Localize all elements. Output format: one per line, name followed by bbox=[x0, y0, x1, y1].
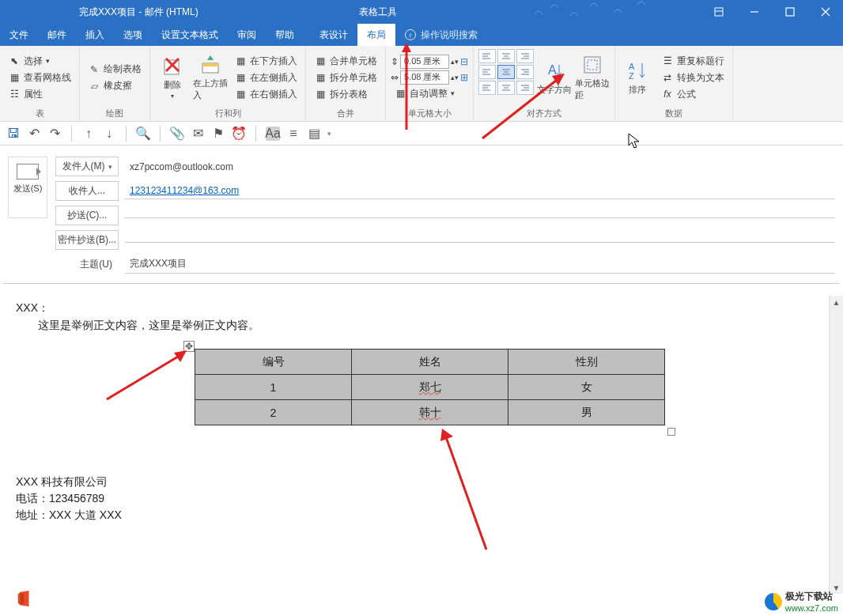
tell-me[interactable]: ♀操作说明搜索 bbox=[395, 24, 487, 46]
up-icon[interactable]: ↑ bbox=[81, 127, 96, 141]
tab-layout[interactable]: 布局 bbox=[357, 24, 395, 46]
font-color-icon[interactable]: Aa bbox=[266, 127, 280, 141]
ribbon-group-data: AZ 排序 ☰重复标题行 ⇄转换为文本 fx公式 数据 bbox=[615, 46, 733, 121]
properties-button[interactable]: ☷属性 bbox=[5, 87, 74, 102]
align-mr[interactable] bbox=[516, 65, 534, 79]
delete-button[interactable]: 删除▾ bbox=[155, 49, 190, 106]
send-receive-icon[interactable]: ✉ bbox=[191, 127, 205, 141]
tab-options[interactable]: 选项 bbox=[114, 24, 152, 46]
table-header[interactable]: 性别 bbox=[508, 350, 665, 375]
dist-rows-icon[interactable]: ⊟ bbox=[460, 56, 468, 67]
bcc-button[interactable]: 密件抄送(B)... bbox=[55, 230, 119, 250]
minimize-icon[interactable] bbox=[736, 0, 772, 24]
text-direction-button[interactable]: A 文字方向 bbox=[537, 49, 572, 106]
indent-icon[interactable]: ▤ bbox=[307, 127, 321, 141]
row-height-input[interactable]: 0.05 厘米 bbox=[400, 55, 449, 69]
cc-button[interactable]: 抄送(C)... bbox=[55, 206, 119, 225]
insert-above-button[interactable]: 在上方插入 bbox=[193, 49, 228, 106]
convert-text-button[interactable]: ⇄转换为文本 bbox=[658, 70, 728, 85]
tab-help[interactable]: 帮助 bbox=[266, 24, 304, 46]
split-table-button[interactable]: ▦拆分表格 bbox=[311, 87, 380, 102]
cell-margins-button[interactable]: 单元格边距 bbox=[575, 49, 610, 106]
scroll-up-icon[interactable]: ▲ bbox=[830, 296, 843, 308]
ribbon-group-draw: ✎绘制表格 ▱橡皮擦 绘图 bbox=[80, 46, 150, 121]
ribbon: ⬉选择▾ ▦查看网格线 ☷属性 表 ✎绘制表格 ▱橡皮擦 绘图 删除▾ 在上方插… bbox=[0, 46, 843, 122]
maximize-icon[interactable] bbox=[772, 0, 807, 24]
split-icon: ▦ bbox=[314, 71, 327, 84]
tab-table-design[interactable]: 表设计 bbox=[310, 24, 357, 46]
watermark-url: www.xz7.com bbox=[785, 603, 838, 613]
flag-icon[interactable]: ⚑ bbox=[211, 127, 225, 141]
ins-below-icon: ▦ bbox=[234, 55, 247, 67]
ins-left-icon: ▦ bbox=[234, 71, 247, 84]
content-table[interactable]: 编号 姓名 性别 1 郑七 女 2 韩十 男 bbox=[195, 349, 665, 425]
dist-cols-icon[interactable]: ⊞ bbox=[460, 72, 468, 83]
repeat-header-button[interactable]: ☰重复标题行 bbox=[658, 54, 728, 69]
zoom-icon[interactable]: 🔍 bbox=[136, 127, 150, 141]
redo-icon[interactable]: ↷ bbox=[47, 127, 62, 141]
align-bl[interactable] bbox=[478, 81, 496, 95]
tab-review[interactable]: 审阅 bbox=[228, 24, 266, 46]
title-bar: 完成XXX项目 - 邮件 (HTML) 表格工具 bbox=[0, 0, 843, 24]
align-tr[interactable] bbox=[516, 49, 534, 63]
fx-icon: fx bbox=[661, 88, 674, 100]
align-bc[interactable] bbox=[497, 81, 515, 95]
ribbon-options-icon[interactable] bbox=[701, 0, 736, 24]
draw-table-button[interactable]: ✎绘制表格 bbox=[85, 62, 145, 77]
insert-right-button[interactable]: ▦在右侧插入 bbox=[231, 87, 301, 102]
eraser-button[interactable]: ▱橡皮擦 bbox=[85, 78, 145, 93]
close-icon[interactable] bbox=[807, 0, 843, 24]
followup-icon[interactable]: ⏰ bbox=[232, 127, 246, 141]
select-button[interactable]: ⬉选择▾ bbox=[5, 54, 74, 69]
pencil-icon: ✎ bbox=[88, 63, 100, 76]
tab-mail[interactable]: 邮件 bbox=[38, 24, 76, 46]
align-br[interactable] bbox=[516, 81, 534, 95]
table-move-handle[interactable]: ✥ bbox=[183, 341, 195, 352]
sig-tel: 电话：123456789 bbox=[16, 490, 122, 507]
col-width-input[interactable]: 5.08 厘米 bbox=[400, 70, 449, 85]
cc-field[interactable] bbox=[125, 213, 835, 218]
insert-below-button[interactable]: ▦在下方插入 bbox=[231, 54, 301, 69]
to-field[interactable]: 123123411234@163.com bbox=[125, 183, 835, 199]
tab-file[interactable]: 文件 bbox=[0, 24, 38, 46]
table-header[interactable]: 姓名 bbox=[352, 350, 508, 375]
table-header[interactable]: 编号 bbox=[195, 350, 352, 375]
formula-button[interactable]: fx公式 bbox=[658, 87, 728, 102]
align-tl[interactable] bbox=[478, 49, 496, 63]
svg-rect-0 bbox=[715, 8, 723, 16]
send-button[interactable]: 发送(S) bbox=[8, 157, 47, 218]
bcc-field[interactable] bbox=[125, 237, 835, 243]
sort-icon: AZ bbox=[626, 60, 648, 82]
split-cells-button[interactable]: ▦拆分单元格 bbox=[311, 70, 380, 85]
vertical-scrollbar[interactable]: ▲ ▼ bbox=[829, 296, 843, 594]
message-body[interactable]: XXX： 这里是举例正文内容，这里是举例正文内容。 ✥ 编号 姓名 性别 1 郑… bbox=[3, 283, 840, 615]
tab-format[interactable]: 设置文本格式 bbox=[152, 24, 228, 46]
align-tc[interactable] bbox=[497, 49, 515, 63]
table-resize-handle[interactable] bbox=[667, 428, 675, 436]
list-icon[interactable]: ≡ bbox=[286, 127, 301, 141]
to-button[interactable]: 收件人... bbox=[55, 181, 119, 201]
group-label: 绘图 bbox=[85, 106, 145, 119]
subject-field[interactable]: 完成XXX项目 bbox=[125, 255, 835, 274]
from-value: xz7pccom@outlook.com bbox=[125, 159, 835, 175]
sort-button[interactable]: AZ 排序 bbox=[620, 49, 655, 106]
ribbon-group-merge: ▦合并单元格 ▦拆分单元格 ▦拆分表格 合并 bbox=[306, 46, 386, 121]
from-button[interactable]: 发件人(M) bbox=[55, 157, 119, 176]
tab-insert[interactable]: 插入 bbox=[76, 24, 114, 46]
autofit-button[interactable]: ▦自动调整▾ bbox=[391, 86, 468, 101]
align-mc[interactable] bbox=[497, 65, 515, 79]
merge-cells-button[interactable]: ▦合并单元格 bbox=[311, 54, 380, 69]
repeat-icon: ☰ bbox=[661, 55, 674, 67]
insert-left-button[interactable]: ▦在左侧插入 bbox=[231, 70, 301, 85]
delete-icon bbox=[161, 55, 183, 77]
office-icon bbox=[16, 590, 33, 607]
group-label: 合并 bbox=[311, 106, 380, 119]
attach-icon[interactable]: 📎 bbox=[170, 127, 184, 141]
view-gridlines-button[interactable]: ▦查看网格线 bbox=[5, 70, 74, 85]
align-ml[interactable] bbox=[478, 65, 496, 79]
tell-me-label: 操作说明搜索 bbox=[421, 28, 478, 42]
undo-icon[interactable]: ↶ bbox=[27, 127, 41, 141]
down-icon[interactable]: ↓ bbox=[102, 127, 116, 141]
save-icon[interactable]: 🖫 bbox=[6, 127, 21, 141]
watermark-name: 极光下载站 bbox=[785, 590, 838, 603]
